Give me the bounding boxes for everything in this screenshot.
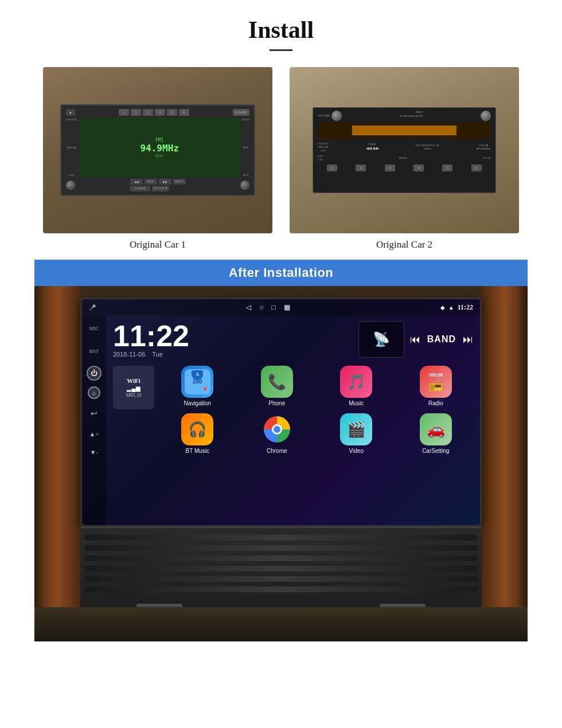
music-label: Music <box>349 400 364 406</box>
vent-row-2 <box>85 545 477 551</box>
apps-area: WiFi ▂▄▆ SRD_SJ A <box>113 366 473 454</box>
carsetting-label: CarSetting <box>422 448 449 454</box>
radio-widget[interactable]: 📡 <box>358 321 404 358</box>
calendar-nav-icon[interactable]: ▦ <box>284 303 290 312</box>
navigation-icon: A 280 📍 <box>181 366 213 398</box>
phone-label: Phone <box>268 400 285 406</box>
android-main: MIC RST ⏻ ⌂ ↩ ▲+ ▼- <box>82 315 480 525</box>
navigation-label: Navigation <box>184 400 211 406</box>
vent-row-3 <box>85 555 477 561</box>
tablet-screen: 🎤 ◁ ○ □ ▦ ◆ ▲ 11:22 M <box>80 298 482 527</box>
video-label: Video <box>349 448 364 454</box>
radio-wave-icon: 📡 <box>373 331 390 347</box>
band-prev-button[interactable]: ⏮ <box>410 334 420 346</box>
band-next-button[interactable]: ⏭ <box>463 334 473 346</box>
clock-date-sub: 2018-11-06 Tue <box>113 351 353 358</box>
vent-row-1 <box>85 535 477 541</box>
android-center: 11:22 2018-11-06 Tue 📡 ⏮ <box>106 315 480 525</box>
wifi-label: WiFi <box>127 377 140 384</box>
band-controls: ⏮ BAND ⏭ <box>410 334 473 346</box>
app-music[interactable]: 🎵 Music <box>319 366 394 406</box>
location-icon: ◆ <box>440 304 445 311</box>
app-video[interactable]: 🎬 Video <box>319 413 394 454</box>
app-chrome[interactable]: Chrome <box>240 413 315 454</box>
home-nav-icon[interactable]: ○ <box>259 303 263 312</box>
wifi-ssid: SRD_SJ <box>126 393 141 398</box>
clock-band-area: 11:22 2018-11-06 Tue 📡 ⏮ <box>113 321 473 358</box>
vol-down-button[interactable]: ▼- <box>88 446 100 459</box>
car2-photo: VOLUME TEXT TUNE/TRACK/CH <box>290 67 519 251</box>
radio-label: Radio <box>428 400 443 406</box>
vent-row-5 <box>85 576 477 582</box>
recent-nav-icon[interactable]: □ <box>271 303 275 312</box>
wifi-bars: ▂▄▆ <box>127 385 140 392</box>
status-bar: 🎤 ◁ ○ □ ▦ ◆ ▲ 11:22 <box>82 299 480 315</box>
after-banner: After Installation <box>34 260 528 286</box>
vent-row-4 <box>85 566 477 572</box>
power-button[interactable]: ⏻ <box>87 366 102 381</box>
clock-time-display: 11:22 <box>113 321 353 351</box>
vol-up-button[interactable]: ▲+ <box>88 428 100 440</box>
chrome-label: Chrome <box>267 448 287 454</box>
clock-date: 11:22 2018-11-06 Tue <box>113 321 353 358</box>
sidebar-mic: MIC <box>85 320 103 337</box>
btmusic-icon: 🎧 <box>181 413 213 445</box>
car1-image: ▲ 1 2 3 4 5 6 LOAD <box>43 67 272 233</box>
home-button[interactable]: ⌂ <box>88 386 100 399</box>
car1-label: Original Car 1 <box>43 239 272 251</box>
wifi-status-icon: ▲ <box>448 304 454 311</box>
carsetting-icon: 🚗 <box>420 413 452 445</box>
btmusic-label: BT Music <box>186 448 210 454</box>
after-section: 🎤 ◁ ○ □ ▦ ◆ ▲ 11:22 M <box>34 286 528 641</box>
back-nav-icon[interactable]: ◁ <box>246 303 251 312</box>
title-divider <box>270 49 292 51</box>
phone-icon: 📞 <box>261 366 293 398</box>
video-icon: 🎬 <box>340 413 372 445</box>
before-section: ▲ 1 2 3 4 5 6 LOAD <box>0 67 562 260</box>
sidebar-rst: RST <box>85 343 103 360</box>
vent-row-6 <box>85 586 477 592</box>
car2-label: Original Car 2 <box>290 239 519 251</box>
app-navigation[interactable]: A 280 📍 Navigation <box>160 366 235 406</box>
car1-photo: ▲ 1 2 3 4 5 6 LOAD <box>43 67 272 251</box>
status-bar-right: ◆ ▲ 11:22 <box>440 303 473 312</box>
sidebar-icons: MIC RST ⏻ ⌂ ↩ ▲+ ▼- <box>82 315 106 525</box>
page-title: Install <box>0 16 562 44</box>
nav-icons: ◁ ○ □ ▦ <box>246 303 290 312</box>
page-header: Install <box>0 0 562 67</box>
wood-trim-right <box>482 286 528 641</box>
band-label: BAND <box>427 334 456 345</box>
android-screen: 🎤 ◁ ○ □ ▦ ◆ ▲ 11:22 M <box>82 299 480 525</box>
status-bar-left: 🎤 <box>89 304 96 311</box>
mic-icon: 🎤 <box>89 304 96 311</box>
wood-trim-left <box>34 286 80 641</box>
app-btmusic[interactable]: 🎧 BT Music <box>160 413 235 454</box>
chrome-icon <box>261 413 293 445</box>
wifi-widget[interactable]: WiFi ▂▄▆ SRD_SJ <box>113 366 154 409</box>
status-time: 11:22 <box>458 303 473 312</box>
app-phone[interactable]: 📞 Phone <box>240 366 315 406</box>
car2-image: VOLUME TEXT TUNE/TRACK/CH <box>290 67 519 233</box>
app-carsetting[interactable]: 🚗 CarSetting <box>399 413 474 454</box>
radio-icon: 108.00 📻 <box>420 366 452 398</box>
music-icon: 🎵 <box>340 366 372 398</box>
app-radio[interactable]: 108.00 📻 Radio <box>399 366 474 406</box>
back-button[interactable]: ↩ <box>85 405 103 422</box>
floor-area <box>34 607 528 641</box>
app-grid: A 280 📍 Navigation <box>160 366 473 454</box>
